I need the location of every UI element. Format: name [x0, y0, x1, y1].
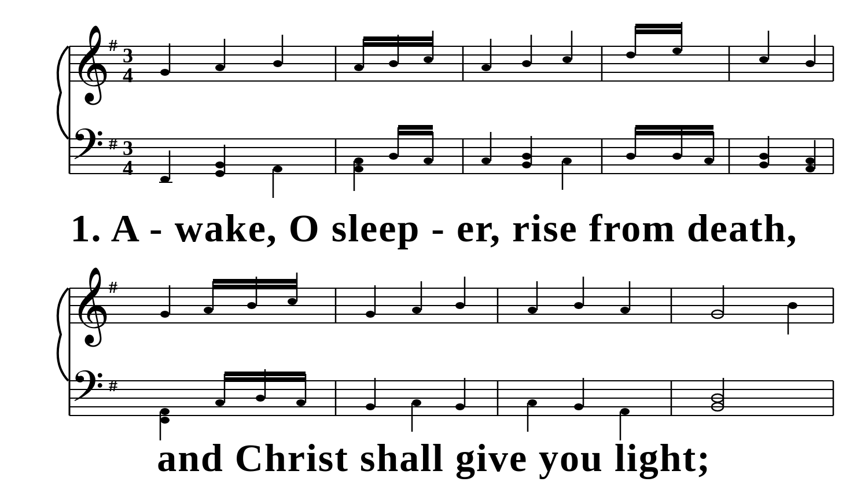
svg-point-149	[296, 399, 306, 406]
svg-rect-37	[635, 24, 682, 28]
svg-point-156	[412, 399, 421, 406]
svg-point-85	[704, 157, 713, 164]
svg-point-20	[424, 56, 433, 63]
svg-point-116	[366, 311, 375, 318]
svg-point-42	[806, 60, 815, 67]
svg-text:#: #	[109, 134, 117, 153]
lyrics-row-1: 1. A - wake, O sleep - er, rise from dea…	[23, 208, 845, 248]
svg-point-93	[806, 157, 815, 164]
svg-point-25	[481, 64, 491, 71]
svg-point-132	[788, 302, 797, 309]
svg-text:𝄢: 𝄢	[71, 122, 104, 179]
svg-point-90	[759, 161, 768, 168]
svg-rect-114	[213, 285, 297, 289]
svg-rect-152	[225, 377, 306, 382]
svg-point-75	[522, 161, 531, 168]
svg-point-165	[620, 408, 630, 415]
svg-rect-71	[398, 131, 433, 135]
svg-point-158	[455, 403, 465, 410]
lyrics-row-2: and Christ shall give you light;	[23, 438, 845, 477]
svg-point-34	[672, 47, 682, 54]
svg-rect-88	[635, 131, 713, 135]
svg-point-123	[528, 307, 537, 314]
svg-text:#: #	[109, 376, 117, 395]
svg-point-107	[204, 307, 213, 314]
svg-point-105	[160, 311, 170, 318]
svg-point-118	[412, 307, 421, 314]
svg-rect-70	[398, 125, 433, 130]
svg-point-154	[366, 403, 375, 410]
svg-point-91	[759, 153, 768, 160]
lyric-line-1: 1. A - wake, O sleep - er, rise from dea…	[71, 208, 798, 248]
system-1: 𝄞 # 3 4	[23, 12, 845, 208]
svg-rect-23	[363, 42, 433, 47]
svg-text:4: 4	[123, 156, 133, 179]
svg-point-161	[528, 399, 537, 406]
svg-point-143	[160, 417, 170, 424]
svg-point-60	[273, 166, 282, 172]
svg-point-29	[562, 56, 572, 63]
svg-text:𝄞: 𝄞	[71, 267, 110, 347]
svg-point-145	[215, 399, 225, 406]
svg-point-68	[424, 157, 433, 164]
svg-text:𝄞: 𝄞	[71, 25, 110, 105]
svg-point-13	[273, 60, 282, 67]
system-2-svg: 𝄞 #	[23, 256, 845, 442]
svg-point-81	[626, 153, 635, 160]
svg-rect-113	[213, 279, 297, 284]
svg-point-57	[215, 161, 225, 168]
sheet-music-container: 𝄞 # 3 4	[0, 0, 868, 489]
svg-rect-87	[635, 125, 713, 130]
svg-text:#: #	[109, 277, 117, 296]
svg-point-83	[672, 153, 682, 160]
svg-text:#: #	[109, 35, 117, 54]
system-2: 𝄞 #	[23, 256, 845, 444]
svg-point-78	[562, 157, 572, 164]
svg-point-9	[160, 69, 170, 76]
svg-point-94	[806, 166, 815, 172]
svg-text:𝄢: 𝄢	[71, 363, 104, 421]
svg-point-40	[759, 56, 768, 63]
svg-point-125	[574, 302, 583, 309]
svg-point-120	[455, 302, 465, 309]
svg-point-73	[481, 157, 491, 164]
svg-point-58	[215, 170, 225, 177]
svg-point-63	[354, 157, 363, 164]
svg-point-142	[160, 408, 170, 415]
svg-point-109	[247, 302, 256, 309]
svg-point-76	[522, 153, 531, 160]
svg-point-32	[626, 52, 635, 58]
svg-point-66	[389, 153, 398, 160]
lyric-line-2: and Christ shall give you light;	[157, 438, 711, 477]
svg-point-147	[256, 395, 265, 402]
svg-point-16	[354, 64, 363, 71]
svg-point-111	[288, 298, 297, 305]
svg-point-163	[574, 403, 583, 410]
svg-point-11	[215, 64, 225, 71]
svg-point-27	[522, 60, 531, 67]
svg-point-127	[620, 307, 630, 314]
svg-rect-22	[363, 36, 433, 41]
svg-text:4: 4	[123, 64, 133, 87]
system-1-svg: 𝄞 # 3 4	[23, 12, 845, 208]
svg-rect-38	[635, 30, 682, 34]
svg-point-64	[354, 166, 363, 172]
svg-rect-151	[225, 372, 306, 376]
svg-point-18	[389, 60, 398, 67]
